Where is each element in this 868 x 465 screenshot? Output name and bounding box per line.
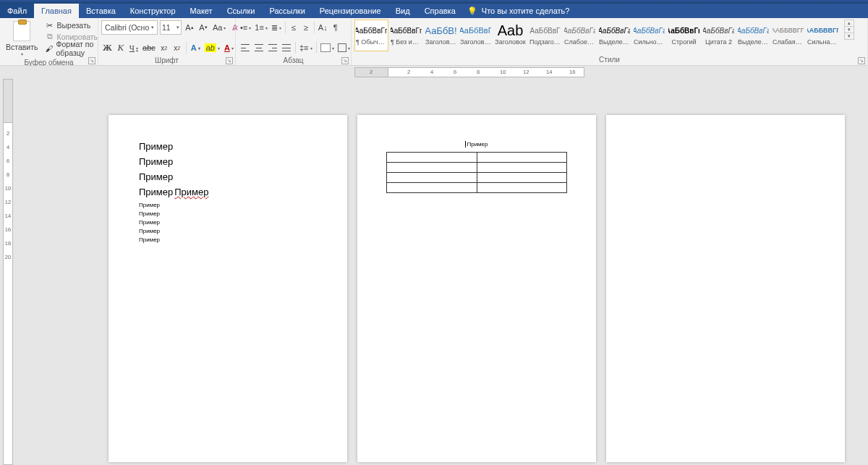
table-caption: Пример bbox=[386, 141, 567, 148]
clipboard-icon bbox=[13, 21, 30, 41]
format-painter-button[interactable]: 🖌Формат по образцу bbox=[44, 43, 100, 54]
table-cell[interactable] bbox=[477, 163, 567, 173]
tab-design[interactable]: Конструктор bbox=[123, 4, 183, 18]
scissors-icon: ✂ bbox=[46, 21, 54, 30]
decrease-indent-button[interactable]: ≤ bbox=[288, 20, 299, 35]
ribbon-tabs: Файл Главная Вставка Конструктор Макет С… bbox=[0, 4, 868, 18]
line-spacing-button[interactable]: ‡≡ bbox=[298, 40, 314, 55]
styles-more[interactable]: ▴▾▾ bbox=[844, 20, 854, 40]
text-line-error: ПримерПример bbox=[139, 187, 317, 197]
vertical-ruler[interactable]: 2468101214161820 bbox=[3, 79, 13, 465]
bullets-button[interactable]: •≡ bbox=[239, 20, 252, 35]
italic-button[interactable]: К bbox=[115, 40, 127, 55]
paint-bucket-icon bbox=[320, 43, 331, 52]
tab-references[interactable]: Ссылки bbox=[220, 4, 263, 18]
bold-button[interactable]: Ж bbox=[101, 40, 114, 55]
change-case-button[interactable]: Aa bbox=[211, 20, 227, 35]
copy-icon: ⧉ bbox=[46, 33, 54, 41]
align-right-button[interactable] bbox=[266, 40, 279, 55]
ruler-area: 2 2 4 6 8 10 12 14 16 bbox=[0, 66, 868, 79]
cut-button[interactable]: ✂Вырезать bbox=[44, 20, 100, 30]
group-clipboard: Вставить ▾ ✂Вырезать ⧉Копировать 🖌Формат… bbox=[0, 18, 98, 65]
style-item[interactable]: AabЗаголовок bbox=[493, 20, 527, 51]
table-cell[interactable] bbox=[387, 173, 477, 183]
font-launcher[interactable]: ↘ bbox=[226, 57, 233, 64]
document-table[interactable] bbox=[386, 152, 567, 193]
show-marks-button[interactable]: ¶ bbox=[330, 20, 341, 35]
borders-button[interactable] bbox=[336, 40, 352, 55]
numbering-button[interactable]: 1≡ bbox=[253, 20, 269, 35]
paragraph-launcher[interactable]: ↘ bbox=[341, 57, 349, 64]
font-name-combo[interactable]: Calibri (Осно▾ bbox=[101, 20, 158, 35]
style-item[interactable]: АаБбВвГг,¶ Обычный bbox=[354, 20, 388, 51]
page-1[interactable]: Пример Пример Пример ПримерПример Пример… bbox=[109, 115, 347, 462]
style-item[interactable]: АаБбВвГг,¶ Без инте... bbox=[389, 20, 423, 51]
table-cell[interactable] bbox=[477, 183, 567, 193]
group-styles: АаБбВвГг,¶ ОбычныйАаБбВвГг,¶ Без инте...… bbox=[352, 18, 868, 65]
document-area[interactable]: 2468101214161820 Пример Пример Пример Пр… bbox=[0, 79, 868, 465]
text-line: Пример bbox=[139, 141, 317, 152]
table-cell[interactable] bbox=[387, 183, 477, 193]
ribbon: Вставить ▾ ✂Вырезать ⧉Копировать 🖌Формат… bbox=[0, 18, 868, 66]
style-item[interactable]: АаБбВвГПодзагол... bbox=[528, 20, 562, 51]
page-3[interactable] bbox=[606, 115, 845, 462]
table-row bbox=[387, 183, 567, 193]
underline-button[interactable]: Ч bbox=[128, 40, 140, 55]
tell-me-search[interactable]: 💡 Что вы хотите сделать? bbox=[467, 7, 570, 16]
tab-review[interactable]: Рецензирование bbox=[312, 4, 388, 18]
shading-button[interactable] bbox=[319, 40, 336, 55]
text-line-small: Пример bbox=[139, 202, 317, 208]
tab-help[interactable]: Справка bbox=[417, 4, 463, 18]
text-line-small: Пример bbox=[139, 210, 317, 217]
page-2[interactable]: Пример bbox=[357, 115, 596, 462]
tab-mailings[interactable]: Рассылки bbox=[262, 4, 312, 18]
sort-button[interactable]: A↓ bbox=[317, 20, 329, 35]
style-item[interactable]: АаБбВвГгВыделенн... bbox=[736, 20, 770, 51]
tab-layout[interactable]: Макет bbox=[183, 4, 220, 18]
grow-font-button[interactable]: A▴ bbox=[184, 20, 195, 35]
tab-view[interactable]: Вид bbox=[388, 4, 417, 18]
tab-home[interactable]: Главная bbox=[34, 4, 79, 18]
style-item[interactable]: АаБбВвГгЦитата 2 bbox=[702, 20, 736, 51]
text-line-small: Пример bbox=[139, 219, 317, 226]
tab-insert[interactable]: Вставка bbox=[79, 4, 123, 18]
clipboard-launcher[interactable]: ↘ bbox=[88, 57, 95, 64]
strikethrough-button[interactable]: abc bbox=[141, 40, 157, 55]
align-left-button[interactable] bbox=[239, 40, 252, 55]
style-item[interactable]: ААББВВГГ,Слабая сс... bbox=[771, 20, 805, 51]
style-item[interactable]: АаБбВвГгВыделение bbox=[597, 20, 631, 51]
table-cell[interactable] bbox=[477, 153, 567, 163]
styles-launcher[interactable]: ↘ bbox=[858, 57, 865, 64]
group-font-label: Шрифт bbox=[101, 56, 232, 66]
text-line-small: Пример bbox=[139, 228, 317, 234]
justify-button[interactable] bbox=[280, 40, 293, 55]
border-icon bbox=[338, 43, 346, 52]
tell-me-label: Что вы хотите сделать? bbox=[482, 7, 570, 15]
table-cell[interactable] bbox=[387, 153, 477, 163]
style-item[interactable]: АаБбВ!Заголово... bbox=[424, 20, 458, 51]
shrink-font-button[interactable]: A▾ bbox=[197, 20, 209, 35]
font-color-button[interactable]: A bbox=[223, 40, 235, 55]
style-item[interactable]: ААББВВГГ,Сильная... bbox=[806, 20, 840, 51]
multilevel-button[interactable]: ≣ bbox=[270, 20, 283, 35]
font-size-combo[interactable]: 11▾ bbox=[160, 20, 182, 35]
separator bbox=[186, 42, 187, 54]
styles-gallery[interactable]: АаБбВвГг,¶ ОбычныйАаБбВвГг,¶ Без инте...… bbox=[354, 20, 840, 51]
text-effects-button[interactable]: A bbox=[190, 40, 202, 55]
align-center-button[interactable] bbox=[252, 40, 265, 55]
increase-indent-button[interactable]: ≥ bbox=[300, 20, 312, 35]
table-cell[interactable] bbox=[387, 163, 477, 173]
paste-button[interactable]: Вставить ▾ bbox=[3, 20, 41, 58]
brush-icon: 🖌 bbox=[46, 44, 54, 53]
subscript-button[interactable]: x2 bbox=[158, 40, 170, 55]
style-item[interactable]: АаБбВвГгСлабое в... bbox=[563, 20, 597, 51]
style-item[interactable]: АаБбВвГг,Строгий bbox=[667, 20, 701, 51]
highlight-button[interactable]: ab bbox=[203, 40, 221, 55]
tab-file[interactable]: Файл bbox=[0, 4, 34, 18]
style-item[interactable]: АаБбВвГЗаголово... bbox=[459, 20, 493, 51]
style-item[interactable]: АаБбВвГгСильное... bbox=[632, 20, 666, 51]
horizontal-ruler[interactable]: 2 2 4 6 8 10 12 14 16 bbox=[354, 67, 584, 77]
bulb-icon: 💡 bbox=[467, 7, 477, 16]
superscript-button[interactable]: x2 bbox=[171, 40, 183, 55]
table-cell[interactable] bbox=[477, 173, 567, 183]
